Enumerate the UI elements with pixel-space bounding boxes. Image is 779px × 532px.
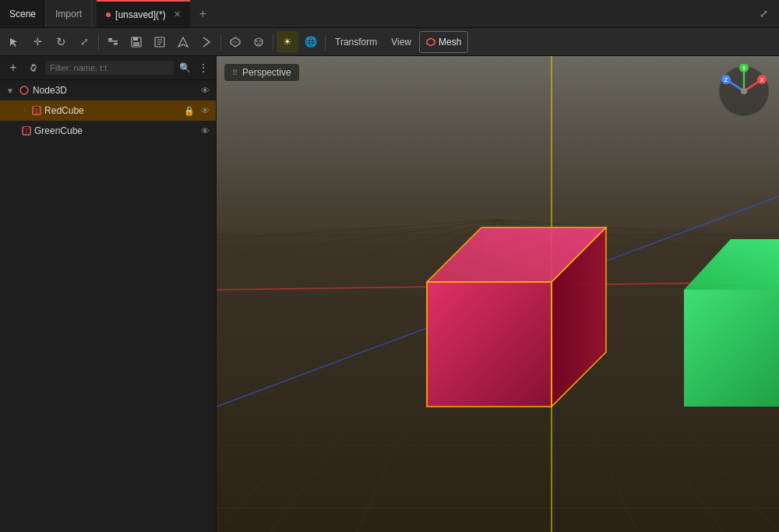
link-icon: [29, 63, 38, 72]
light-button[interactable]: ☀: [277, 31, 298, 53]
main-area: + 🔍 ⋮ ▼ Node3D 👁: [0, 56, 779, 532]
tab-unsaved[interactable]: [unsaved](*) ✕: [97, 0, 190, 27]
3d-mode-button[interactable]: [224, 31, 246, 53]
add-node-button[interactable]: +: [5, 59, 22, 76]
filter-search-button[interactable]: 🔍: [177, 60, 192, 76]
move-tool-button[interactable]: ✛: [26, 31, 48, 53]
svg-text:X: X: [760, 77, 764, 83]
scene-tree: ▼ Node3D 👁 └ RedCube 🔒 👁: [0, 80, 216, 532]
separator-3: [273, 34, 273, 50]
node3d-icon: [19, 85, 30, 96]
greencube-mesh-icon: [22, 126, 31, 136]
close-tab-button[interactable]: ✕: [174, 9, 181, 19]
viewport[interactable]: ⠿ Perspective Z X Y: [217, 56, 779, 532]
redcube-eye-icon[interactable]: 👁: [201, 106, 210, 115]
select-tool-button[interactable]: [3, 31, 25, 53]
save-scene-button[interactable]: [125, 31, 147, 53]
snap-button[interactable]: [172, 31, 194, 53]
environment-button[interactable]: 🌐: [300, 31, 322, 53]
redcube-mesh-icon: [32, 106, 41, 115]
import-tab-label: Import: [55, 9, 82, 19]
scene-tab-label: Scene: [9, 9, 36, 19]
tab-import[interactable]: Import: [46, 0, 91, 27]
tree-item-greencube[interactable]: GreenCube 👁: [0, 121, 216, 141]
gizmo-svg: Z X Y: [717, 64, 771, 118]
mesh-label: Mesh: [439, 37, 461, 48]
viewport-perspective-label[interactable]: ⠿ Perspective: [224, 64, 299, 81]
view-menu-button[interactable]: View: [385, 31, 418, 53]
mesh-menu-button[interactable]: Mesh: [419, 31, 468, 53]
svg-text:Y: Y: [742, 65, 746, 71]
svg-rect-5: [133, 42, 139, 46]
svg-point-10: [20, 86, 28, 94]
redcube-lock-icon[interactable]: 🔒: [184, 106, 195, 116]
filter-input[interactable]: [45, 61, 174, 75]
export-button[interactable]: [149, 31, 171, 53]
grid-snap-button[interactable]: [196, 31, 217, 53]
separator-4: [325, 34, 326, 50]
fullscreen-button[interactable]: ⤢: [753, 3, 774, 25]
svg-rect-2: [114, 43, 118, 45]
bake-button[interactable]: [248, 31, 270, 53]
redcube-label: RedCube: [44, 105, 181, 116]
perspective-label: Perspective: [242, 67, 291, 78]
add-tab-button[interactable]: +: [190, 7, 216, 21]
svg-point-66: [741, 88, 747, 94]
tab-scene[interactable]: Scene: [0, 0, 45, 27]
separator-2: [220, 34, 221, 50]
tab-dot: [106, 12, 111, 17]
tab-divider-2: [91, 0, 92, 27]
rotate-tool-button[interactable]: ↻: [50, 31, 72, 53]
transform-menu-button[interactable]: Transform: [329, 31, 383, 53]
svg-rect-1: [108, 38, 112, 41]
scene-panel: + 🔍 ⋮ ▼ Node3D 👁: [0, 56, 217, 532]
scene-filter-bar: + 🔍 ⋮: [0, 56, 216, 80]
mesh-icon: [426, 37, 435, 47]
separator-1: [98, 34, 99, 50]
node3d-label: Node3D: [33, 85, 195, 96]
tree-item-redcube[interactable]: └ RedCube 🔒 👁: [0, 100, 216, 121]
viewport-canvas: [217, 56, 779, 532]
tab-bar: Scene Import [unsaved](*) ✕ + ⤢: [0, 0, 779, 28]
greencube-label: GreenCube: [34, 125, 195, 136]
svg-point-8: [256, 41, 258, 42]
tree-item-node3d[interactable]: ▼ Node3D 👁: [0, 80, 216, 100]
svg-marker-42: [427, 282, 552, 407]
svg-text:Z: Z: [724, 77, 728, 83]
toolbar: ✛ ↻ ⤢: [0, 28, 779, 56]
scene-options-button[interactable]: ⋮: [196, 60, 211, 76]
greencube-eye-icon[interactable]: 👁: [201, 126, 210, 136]
scale-tool-button[interactable]: ⤢: [73, 31, 95, 53]
node3d-eye-icon[interactable]: 👁: [201, 86, 210, 95]
link-button[interactable]: [25, 59, 42, 76]
drag-handle-icon: ⠿: [232, 69, 238, 77]
svg-rect-0: [108, 41, 118, 42]
svg-rect-4: [133, 37, 138, 41]
align-tool-button[interactable]: [102, 31, 124, 53]
svg-point-9: [259, 41, 261, 42]
svg-marker-53: [684, 290, 779, 407]
tree-expand-arrow: ▼: [6, 86, 16, 95]
viewport-gizmo[interactable]: Z X Y: [717, 64, 771, 118]
unsaved-tab-label: [unsaved](*): [115, 9, 166, 20]
tree-branch: └: [22, 107, 27, 115]
